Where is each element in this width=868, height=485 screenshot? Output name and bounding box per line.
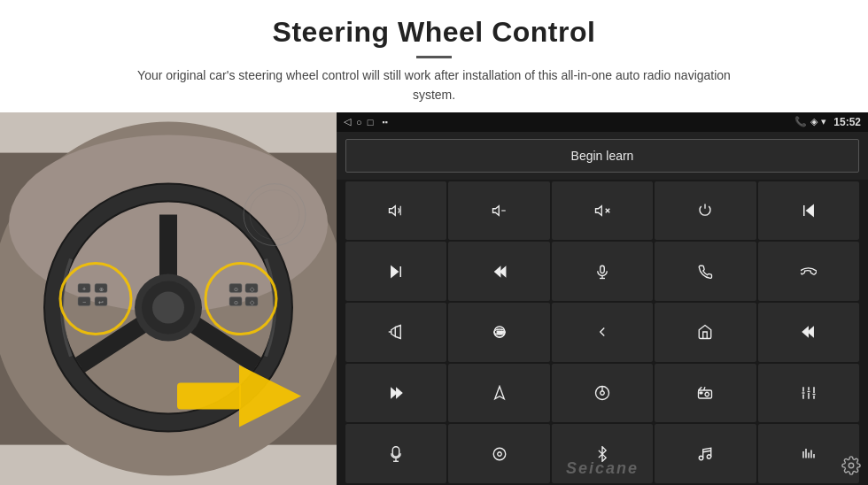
- svg-line-79: [703, 450, 711, 452]
- svg-text:↩: ↩: [98, 298, 104, 304]
- mute-button[interactable]: [552, 181, 653, 241]
- svg-point-85: [849, 463, 854, 468]
- svg-point-75: [493, 448, 506, 460]
- location-status-icon: ◈: [810, 116, 818, 127]
- content-row: + ⊕ − ↩ ⊙ ◇ ⊙ ◇: [0, 112, 868, 485]
- status-bar: ◁ ○ □ ▪▪ 📞 ◈ ▾ 15:52: [337, 112, 868, 132]
- phone-status-icon: 📞: [794, 116, 807, 127]
- rewind-button[interactable]: [758, 303, 859, 362]
- next-track-button[interactable]: [345, 242, 446, 301]
- equalizer-button[interactable]: [758, 364, 859, 423]
- svg-point-76: [497, 451, 501, 456]
- camera-360-button[interactable]: 360°: [448, 303, 549, 362]
- svg-marker-55: [494, 387, 504, 399]
- navigation-button[interactable]: [448, 364, 549, 423]
- svg-point-57: [601, 391, 605, 396]
- svg-point-77: [700, 456, 704, 460]
- power-button[interactable]: [655, 181, 756, 241]
- begin-learn-button[interactable]: Begin learn: [345, 139, 859, 173]
- svg-rect-63: [700, 392, 702, 394]
- page-title: Steering Wheel Control: [35, 16, 833, 49]
- battery-indicator: ▪▪: [382, 118, 387, 127]
- status-left: ◁ ○ □ ▪▪: [344, 116, 388, 127]
- clock: 15:52: [833, 116, 861, 128]
- volume-down-button[interactable]: [448, 181, 549, 241]
- svg-marker-39: [391, 266, 399, 277]
- title-divider: [416, 56, 452, 58]
- bluetooth-button[interactable]: [552, 424, 653, 483]
- svg-point-78: [708, 454, 712, 458]
- phone-answer-button[interactable]: [655, 242, 756, 301]
- page-wrapper: Steering Wheel Control Your original car…: [0, 0, 868, 485]
- back-nav-icon[interactable]: ◁: [344, 116, 351, 127]
- radio-button[interactable]: [655, 364, 756, 423]
- gear-settings-icon[interactable]: [841, 456, 861, 480]
- svg-point-60: [705, 392, 709, 396]
- svg-point-10: [152, 291, 184, 323]
- steering-wheel-image: + ⊕ − ↩ ⊙ ◇ ⊙ ◇: [0, 112, 337, 485]
- phone-hang-up-button[interactable]: [758, 242, 859, 301]
- svg-text:⊙: ⊙: [234, 286, 238, 291]
- back-nav-button[interactable]: [552, 303, 653, 362]
- fast-forward-skip-button[interactable]: [448, 242, 549, 301]
- media-source-button[interactable]: [552, 364, 653, 423]
- settings-round-button[interactable]: [448, 424, 549, 483]
- status-right: 📞 ◈ ▾ 15:52: [794, 116, 861, 128]
- microphone-button[interactable]: [552, 242, 653, 301]
- recents-nav-icon[interactable]: □: [368, 117, 374, 127]
- svg-marker-52: [808, 327, 813, 337]
- svg-text:⊕: ⊕: [99, 286, 104, 291]
- prev-track-button[interactable]: [758, 181, 859, 241]
- svg-rect-43: [601, 266, 605, 273]
- svg-rect-30: [177, 382, 241, 409]
- home-nav-icon[interactable]: ○: [356, 117, 362, 127]
- subtitle: Your original car's steering wheel contr…: [124, 65, 744, 105]
- header-section: Steering Wheel Control Your original car…: [0, 0, 868, 112]
- svg-text:360°: 360°: [497, 332, 504, 335]
- svg-text:−: −: [82, 298, 86, 304]
- horn-button[interactable]: [345, 303, 446, 362]
- music-button[interactable]: [655, 424, 756, 483]
- svg-text:+: +: [82, 285, 86, 291]
- svg-marker-37: [807, 205, 814, 216]
- android-screen: ◁ ○ □ ▪▪ 📞 ◈ ▾ 15:52 Begin learn: [337, 112, 868, 485]
- svg-marker-42: [500, 266, 505, 276]
- begin-learn-row: Begin learn: [337, 132, 868, 180]
- mic2-button[interactable]: [345, 424, 446, 483]
- wifi-status-icon: ▾: [821, 116, 826, 127]
- control-button-grid: 360°: [337, 180, 868, 485]
- svg-text:⊙: ⊙: [234, 299, 238, 304]
- fast-forward-button[interactable]: [345, 364, 446, 423]
- home-nav-button[interactable]: [655, 303, 756, 362]
- volume-up-button[interactable]: [345, 181, 446, 241]
- svg-marker-54: [391, 389, 397, 398]
- svg-marker-46: [391, 327, 396, 337]
